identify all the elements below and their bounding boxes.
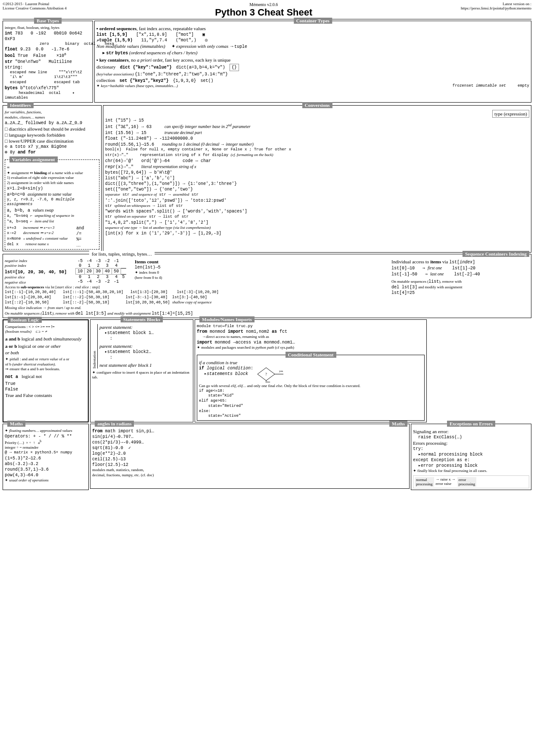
version-label: Mémento v2.0.6 <box>249 2 278 7</box>
cv14: separator str and sequence of str → asse… <box>105 192 529 198</box>
pos-3: 3 <box>103 263 112 269</box>
cv20: sequence of one type → list of another t… <box>105 225 529 231</box>
lst-v3: 40 <box>103 268 112 274</box>
neg-slice-label: negative slice <box>5 280 67 285</box>
parent2: parent statement: <box>99 343 154 349</box>
var-ex2: a=b=c=0 assignment to same value <box>7 191 97 197</box>
ct-dict-note: (key/value associations) {1:"one",3:"thr… <box>96 72 529 77</box>
identifiers-section: Identifiers for variables, functions,mod… <box>3 105 102 251</box>
ps5: 5 <box>121 274 126 279</box>
block2-dots: : <box>99 355 154 360</box>
block1-dots: : <box>99 336 154 341</box>
err-arrows: → raise x →error raise <box>436 477 456 487</box>
bt-str: str "One\nTwo" Multiline string: <box>5 59 91 70</box>
a-and-b: a and b logical and both simultaneously <box>5 336 86 342</box>
false-label: False <box>5 387 86 392</box>
seq-inner: negative index positive index lst=[10, 2… <box>5 259 529 316</box>
lst-example: lst=[10, 20, 30, 40, 50] <box>5 269 67 275</box>
ct-ordered: ▪ ordered sequences, fast index access, … <box>96 25 529 31</box>
lst-v1: 20 <box>85 268 94 274</box>
exceptions-section: Exceptions on Errors Signaling an error:… <box>411 424 531 490</box>
for-lists-title: for lists, tuples, strings, bytes… <box>89 251 155 257</box>
ct-frozen: frozenset immutable set empty <box>453 84 529 88</box>
pitfall: ✦ pitfall : and and or return value of a… <box>5 357 86 372</box>
var-or: /= <box>76 231 84 237</box>
var-and: and <box>76 225 84 231</box>
normal-block: ▸normal procesising block <box>413 452 529 457</box>
bt-str2: escaped new line """x\tY\tZ <box>5 70 91 75</box>
right-placeholder <box>428 319 531 422</box>
cond-if: if logical condition: <box>199 366 253 371</box>
ct-dict: dict {"key":"value"} <box>120 65 172 70</box>
log: log(e**2)→2.0 <box>92 451 407 456</box>
ct-list-icon: ▣ <box>202 32 205 37</box>
ps3: 3 <box>103 274 112 279</box>
modules-note: modules math, statistics, random,decimal… <box>92 468 407 478</box>
cv3: int (15.56) → 15 truncate decimal part <box>105 130 529 136</box>
ps0: 0 <box>76 274 85 279</box>
cv9: repr(x)→"…" literal representation strin… <box>105 164 529 170</box>
latest-label: Latest version on : <box>461 2 531 6</box>
maths-title: Maths <box>7 421 25 427</box>
var-ex1: x=1.2+8+sin(y) <box>7 186 97 191</box>
container-types-section: Container Types ▪ ordered sequences, fas… <box>94 21 531 103</box>
var-dots: … <box>76 242 84 248</box>
lst-row: 10 20 30 40 50 <box>76 268 126 274</box>
integer-div: integer ÷ = remainder <box>5 445 87 450</box>
math-ex2: abs(-3.2)→3.2 <box>5 461 87 467</box>
type-expr: type (expression) <box>492 110 529 118</box>
a-or-b: a or b logical or one or otheror both <box>5 343 86 356</box>
ct-set-empty: set() <box>200 78 213 83</box>
stmt-content: parent statement: ▸statement block 1… : … <box>99 324 154 369</box>
header: ©2012-2015 · Laurent Pointal License Cre… <box>3 2 531 19</box>
cond-svg: ? yes no <box>258 366 292 383</box>
id-rule1: a…zA…Z_ followed by a…zA…Z_0…9 <box>5 120 99 126</box>
not-a: not a logical not <box>5 373 86 380</box>
ct-list: list [1,5,9] <box>96 32 127 37</box>
cond-title: Conditional Statement <box>285 352 336 358</box>
cv12: dict([(3,"three"),(1,"one")]) → {1:'one'… <box>105 181 529 187</box>
var-eq: = <box>7 164 97 170</box>
id-bad: ⊗ 8y and for <box>5 150 99 155</box>
len-desc: len(lst)→5 <box>135 265 162 270</box>
identifiers-title: Identifiers <box>7 102 34 108</box>
bt-str4: escaped escaped tab <box>5 80 91 85</box>
block2: ▸statement block2… <box>99 349 154 355</box>
pos-row: 0 1 2 3 4 <box>76 263 126 269</box>
bt-int-labels: zero binary octal hexa <box>5 42 91 47</box>
parent1: parent statement: <box>99 324 154 330</box>
cond-block: ▸statements block <box>199 371 253 377</box>
access-note: Access to sub-sequences via lst [start s… <box>5 285 389 290</box>
ct-tuple-row: ↗tuple (1,5,9) 11,"y",7.4 ("mot",) ◎ <box>96 37 529 43</box>
statements-section: Statements Blocks Indentation parent sta… <box>90 319 193 422</box>
ct-set: set {"key1","key2"} <box>119 78 168 83</box>
ct-list-ex: ["x",11,8.9] <box>136 32 167 37</box>
conv-title: Conversions <box>302 102 332 108</box>
seq-indexing-title: Sequence Containers Indexing <box>463 251 529 257</box>
cond-inner: if logical condition: ▸statements block … <box>199 366 422 384</box>
ct-set-label: collection <box>96 78 115 83</box>
ns0: -5 <box>76 279 85 284</box>
floor: floor(12.5)→12 <box>92 462 407 468</box>
pos-slice-label: positive slice <box>5 275 67 280</box>
from-import: from math import sin,pi… <box>92 428 407 434</box>
cv16: str splitted on whitespaces → list of st… <box>105 203 529 209</box>
seq-right: Individual access to items via lst[index… <box>391 259 529 316</box>
ct-dict-label: dictionary <box>96 64 116 69</box>
neg-row: -5 -4 -3 -2 -1 <box>76 259 126 263</box>
index-from-0: ✦ index from 0(here from 0 to 4) <box>135 270 162 280</box>
neg-0: -5 <box>76 259 85 263</box>
url-label: https://perso.limsi.fr/pointal/python:me… <box>461 6 531 10</box>
missing-note: Missing slice indication → from start / … <box>5 306 389 311</box>
bt-int: int 783 0 -192 0b010 0o642 0xF3 <box>5 31 91 42</box>
bt-bytes2: hexadecimal octal ✦ immutables <box>5 91 91 101</box>
conditional-section: Conditional Statement if a condition is … <box>197 355 425 421</box>
cv19: "1,4,8,2".split(",") → ['1','4','8','2'] <box>105 220 529 225</box>
sin: sin(pi/4)→0.707… <box>92 434 407 440</box>
error-diagram: normalprocessing → raise x →error raise … <box>413 475 529 488</box>
header-left: ©2012-2015 · Laurent Pointal License Cre… <box>3 2 66 10</box>
var-ex5: a, *b=seq ⌐ unpacking of sequence in <box>7 213 97 219</box>
var-ops: x+=3 increment ⇔ x=x+3 x-=2 decrement ⇔ … <box>7 225 97 248</box>
neg-idx-label: negative index <box>5 259 67 264</box>
comparisons: Comparisons : < > <= >= == !=(boolean re… <box>5 325 86 334</box>
